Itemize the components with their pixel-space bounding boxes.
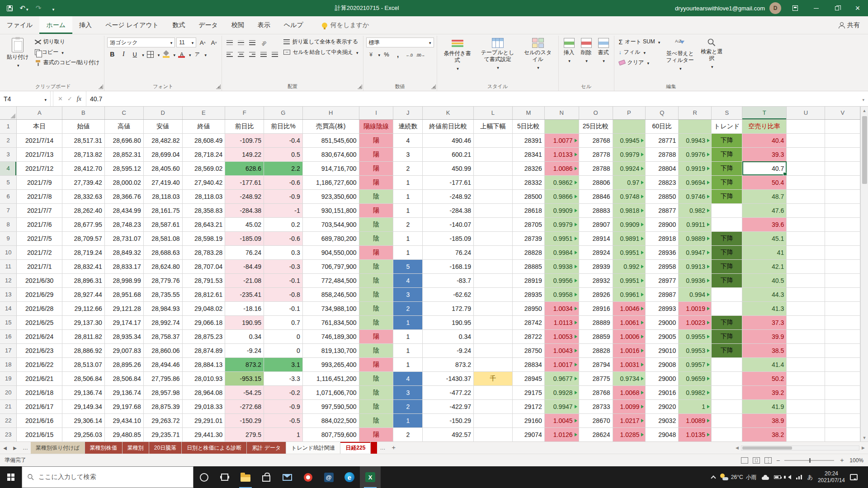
cell-M12[interactable]: 28919 — [512, 273, 544, 287]
cell-P6[interactable]: 0.9748 — [613, 189, 646, 203]
cell-N22[interactable]: 1.0045 — [544, 413, 579, 427]
cell-Q19[interactable]: 29000 — [646, 371, 679, 385]
cell-L22[interactable] — [474, 413, 513, 427]
cell-C4[interactable]: 28,595.12 — [104, 161, 143, 175]
cell-T9[interactable]: 45.1 — [742, 231, 787, 245]
cell-I20[interactable]: 陰 — [359, 385, 393, 399]
cell-U18[interactable] — [787, 357, 825, 371]
cell-T11[interactable]: 42.1 — [742, 259, 787, 273]
cell-N23[interactable]: 1.0126 — [544, 427, 579, 441]
cell-T16[interactable]: 39.9 — [742, 329, 787, 343]
cell-D2[interactable]: 28,482.82 — [143, 133, 182, 147]
cell-T18[interactable]: 41.4 — [742, 357, 787, 371]
vertical-scroll-thumb[interactable] — [862, 116, 867, 184]
format-cells-button[interactable]: 書式 — [596, 37, 611, 66]
cell-I4[interactable]: 陽 — [359, 161, 393, 175]
cell-R19[interactable]: 0.9659 — [679, 371, 712, 385]
cell-I6[interactable]: 陰 — [359, 189, 393, 203]
column-header-F[interactable]: F — [225, 107, 264, 119]
cell-J23[interactable]: 2 — [393, 427, 423, 441]
cell-L14[interactable] — [474, 301, 513, 315]
cell-E18[interactable]: 28,884.13 — [182, 357, 225, 371]
zoom-slider[interactable] — [784, 460, 834, 461]
cell-N18[interactable]: 1.0017 — [544, 357, 579, 371]
tab-view[interactable]: 表示 — [251, 16, 277, 34]
cell-S15[interactable]: 下降 — [712, 315, 742, 329]
cell-M2[interactable]: 28391 — [512, 133, 544, 147]
cell-H13[interactable]: 858,246,500 — [302, 287, 359, 301]
ime-indicator[interactable]: あ — [807, 474, 813, 481]
cell-G1[interactable]: 前日比% — [264, 119, 303, 133]
cell-S17[interactable]: 下降 — [712, 343, 742, 357]
cell-T10[interactable]: 41 — [742, 245, 787, 259]
enter-icon[interactable]: ✓ — [67, 95, 72, 102]
weather-widget[interactable]: 26°C 小雨 — [720, 474, 757, 481]
cell-G22[interactable]: -0.5 — [264, 413, 303, 427]
cell-S7[interactable] — [712, 203, 742, 217]
cell-N20[interactable]: 0.9928 — [544, 385, 579, 399]
cell-I15[interactable]: 陰 — [359, 315, 393, 329]
cell-I22[interactable]: 陰 — [359, 413, 393, 427]
cell-H15[interactable]: 761,834,500 — [302, 315, 359, 329]
cell-R14[interactable]: 1.0019 — [679, 301, 712, 315]
cell-F22[interactable]: -150.29 — [225, 413, 264, 427]
cell-R10[interactable]: 0.9947 — [679, 245, 712, 259]
cell-I3[interactable]: 陽 — [359, 147, 393, 161]
cell-K5[interactable]: -177.61 — [423, 175, 474, 189]
cell-U5[interactable] — [787, 175, 825, 189]
cell-B15[interactable]: 29,137.30 — [62, 315, 105, 329]
cell-H11[interactable]: 706,797,900 — [302, 259, 359, 273]
cell-M22[interactable]: 29160 — [512, 413, 544, 427]
sheet-tab-2[interactable]: 業種別 — [123, 442, 149, 454]
cell-G12[interactable]: -0.1 — [264, 273, 303, 287]
cell-A12[interactable]: 2021/6/30 — [17, 273, 62, 287]
cell-E7[interactable]: 28,358.83 — [182, 203, 225, 217]
network-icon[interactable] — [796, 475, 802, 479]
cell-T8[interactable]: 39.6 — [742, 217, 787, 231]
cell-T2[interactable]: 40.4 — [742, 133, 787, 147]
cell-F2[interactable]: -109.75 — [225, 133, 264, 147]
cell-C12[interactable]: 28,998.99 — [104, 273, 143, 287]
sheet-tab-0[interactable]: 業種別張り付けば — [31, 442, 85, 454]
cell-C5[interactable]: 28,000.02 — [104, 175, 143, 189]
cell-P17[interactable]: 1.0016 — [613, 343, 646, 357]
row-header-17[interactable]: 17 — [0, 343, 17, 357]
cell-R16[interactable]: 0.9955 — [679, 329, 712, 343]
cell-B22[interactable]: 29,306.14 — [62, 413, 105, 427]
cell-H5[interactable]: 1,186,727,600 — [302, 175, 359, 189]
cell-H17[interactable]: 819,130,700 — [302, 343, 359, 357]
cell-L8[interactable] — [474, 217, 513, 231]
cell-L17[interactable] — [474, 343, 513, 357]
cell-M3[interactable]: 28341 — [512, 147, 544, 161]
cell-U15[interactable] — [787, 315, 825, 329]
sheet-tab-7[interactable]: 日経225 — [340, 442, 371, 454]
cell-N3[interactable]: 1.0133 — [544, 147, 579, 161]
cell-I17[interactable]: 陰 — [359, 343, 393, 357]
row-header-13[interactable]: 13 — [0, 287, 17, 301]
horizontal-scrollbar[interactable]: ◀ ▶ — [732, 442, 868, 454]
normal-view-icon[interactable] — [741, 457, 748, 464]
merge-center-button[interactable]: セルを結合して中央揃え — [282, 47, 360, 57]
align-right-button[interactable] — [247, 49, 257, 59]
cell-D12[interactable]: 28,779.76 — [143, 273, 182, 287]
cell-O6[interactable]: 28846 — [579, 189, 613, 203]
cell-U19[interactable] — [787, 371, 825, 385]
cell-Q1[interactable]: 60日比 — [646, 119, 679, 133]
cell-G6[interactable]: -0.9 — [264, 189, 303, 203]
sheet-overflow-right[interactable]: … — [377, 442, 388, 454]
cell-F1[interactable]: 前日比 — [225, 119, 264, 133]
cell-K15[interactable]: 190.95 — [423, 315, 474, 329]
cell-I10[interactable]: 陽 — [359, 245, 393, 259]
fill-button[interactable]: フィル — [617, 47, 662, 57]
cell-P8[interactable]: 0.9909 — [613, 217, 646, 231]
cell-O22[interactable]: 28670 — [579, 413, 613, 427]
cell-J9[interactable]: 1 — [393, 231, 423, 245]
increase-decimal-button[interactable] — [404, 49, 414, 59]
cell-V12[interactable] — [825, 273, 860, 287]
clear-button[interactable]: クリア — [617, 57, 662, 68]
cell-O13[interactable]: 28926 — [579, 287, 613, 301]
cell-N2[interactable]: 1.0077 — [544, 133, 579, 147]
column-header-O[interactable]: O — [579, 107, 613, 119]
column-header-B[interactable]: B — [62, 107, 105, 119]
wrap-text-button[interactable]: 折り返して全体を表示する — [282, 37, 360, 47]
